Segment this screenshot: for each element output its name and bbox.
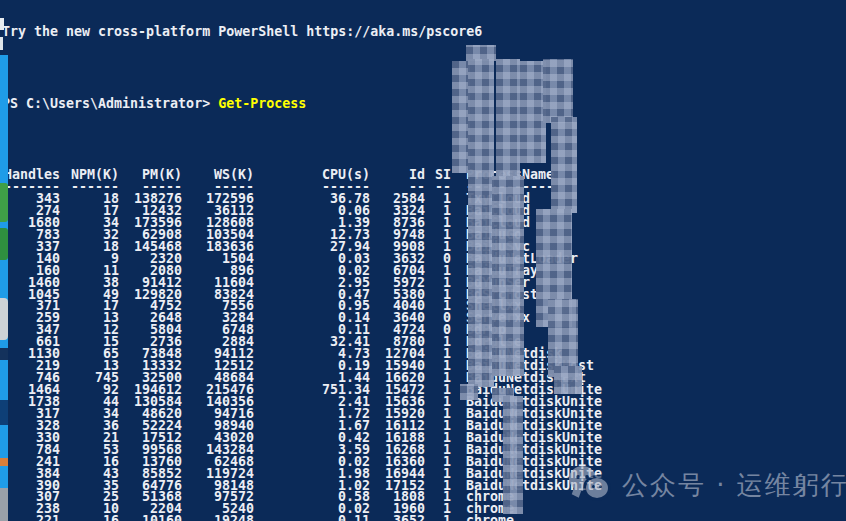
desktop-icon-fragment[interactable] (0, 183, 8, 222)
powershell-terminal[interactable]: Try the new cross-platform PowerShell ht… (2, 2, 846, 521)
desktop-icon-fragment[interactable] (0, 228, 8, 260)
watermark-label: 公众号 · 运维躬行录 (622, 468, 846, 503)
desktop-icon-fragment[interactable] (0, 298, 8, 340)
table-row: 2211610160192480.1136521chrome (2, 515, 846, 521)
desktop-icon-fragment[interactable] (0, 458, 8, 466)
watermark: 公众号 · 运维躬行录 (569, 465, 846, 505)
col-cpu: 0.11 (254, 515, 370, 521)
desktop-icon-fragment[interactable] (0, 400, 8, 425)
col-ws: 19248 (182, 515, 254, 521)
desktop-icon-fragment[interactable] (0, 37, 3, 50)
blank-line (2, 133, 846, 145)
col-processname: chrome (466, 515, 514, 521)
col-npm: 16 (60, 515, 119, 521)
col-pm: 10160 (119, 515, 182, 521)
col-id: 3652 (370, 515, 425, 521)
col-si: 1 (425, 515, 451, 521)
desktop-icon-fragment[interactable] (0, 348, 8, 360)
blank-line (2, 62, 846, 74)
wechat-icon (569, 466, 611, 504)
typed-command: Get-Process (218, 96, 306, 111)
prompt-line: PS C:\Users\Administrator> Get-Process (2, 98, 846, 110)
desktop-edge-strip (0, 0, 8, 521)
taskbar-fragment (0, 488, 8, 521)
banner-line: Try the new cross-platform PowerShell ht… (2, 26, 846, 38)
prompt-path: PS C:\Users\Administrator> (2, 96, 218, 111)
col-handles: 221 (2, 515, 60, 521)
desktop-icon-fragment[interactable] (0, 18, 4, 30)
screenshot-root: { "terminal": { "banner": "Try the new c… (0, 0, 846, 521)
desktop-background (0, 55, 8, 521)
